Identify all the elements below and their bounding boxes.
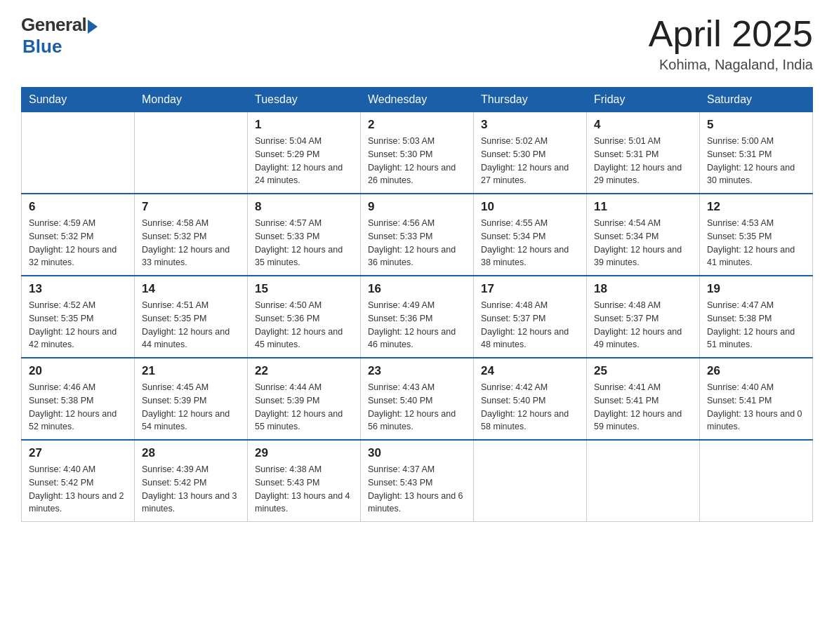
calendar-cell: 20Sunrise: 4:46 AMSunset: 5:38 PMDayligh… [22, 358, 135, 440]
day-number: 4 [594, 118, 692, 132]
calendar-cell [700, 440, 813, 522]
day-info: Sunrise: 4:39 AMSunset: 5:42 PMDaylight:… [142, 463, 240, 516]
day-info: Sunrise: 4:49 AMSunset: 5:36 PMDaylight:… [368, 299, 466, 351]
calendar-cell: 22Sunrise: 4:44 AMSunset: 5:39 PMDayligh… [248, 358, 361, 440]
day-info: Sunrise: 4:43 AMSunset: 5:40 PMDaylight:… [368, 381, 466, 434]
day-number: 27 [29, 446, 127, 460]
calendar-cell: 14Sunrise: 4:51 AMSunset: 5:35 PMDayligh… [135, 276, 248, 358]
logo-blue-text: Blue [22, 36, 62, 58]
day-number: 14 [142, 282, 240, 296]
logo-arrow-icon [88, 20, 98, 34]
day-number: 30 [368, 446, 466, 460]
day-number: 2 [368, 118, 466, 132]
calendar-cell: 28Sunrise: 4:39 AMSunset: 5:42 PMDayligh… [135, 440, 248, 522]
day-info: Sunrise: 4:40 AMSunset: 5:41 PMDaylight:… [707, 381, 805, 434]
day-number: 9 [368, 200, 466, 214]
day-info: Sunrise: 4:37 AMSunset: 5:43 PMDaylight:… [368, 463, 466, 516]
logo: General Blue [21, 14, 98, 58]
day-number: 10 [481, 200, 579, 214]
day-number: 8 [255, 200, 353, 214]
calendar-table: SundayMondayTuesdayWednesdayThursdayFrid… [21, 87, 813, 522]
day-info: Sunrise: 4:45 AMSunset: 5:39 PMDaylight:… [142, 381, 240, 434]
day-number: 1 [255, 118, 353, 132]
day-number: 6 [29, 200, 127, 214]
day-info: Sunrise: 4:50 AMSunset: 5:36 PMDaylight:… [255, 299, 353, 351]
calendar-cell: 9Sunrise: 4:56 AMSunset: 5:33 PMDaylight… [361, 194, 474, 276]
weekday-header-tuesday: Tuesday [248, 88, 361, 112]
calendar-cell [135, 112, 248, 194]
day-info: Sunrise: 4:59 AMSunset: 5:32 PMDaylight:… [29, 217, 127, 269]
calendar-cell: 21Sunrise: 4:45 AMSunset: 5:39 PMDayligh… [135, 358, 248, 440]
calendar-cell: 4Sunrise: 5:01 AMSunset: 5:31 PMDaylight… [587, 112, 700, 194]
weekday-header-monday: Monday [135, 88, 248, 112]
weekday-header-row: SundayMondayTuesdayWednesdayThursdayFrid… [22, 88, 813, 112]
day-number: 29 [255, 446, 353, 460]
calendar-title: April 2025 [649, 14, 813, 54]
weekday-header-wednesday: Wednesday [361, 88, 474, 112]
calendar-cell: 30Sunrise: 4:37 AMSunset: 5:43 PMDayligh… [361, 440, 474, 522]
day-number: 25 [594, 364, 692, 378]
calendar-cell: 19Sunrise: 4:47 AMSunset: 5:38 PMDayligh… [700, 276, 813, 358]
day-number: 21 [142, 364, 240, 378]
day-info: Sunrise: 5:02 AMSunset: 5:30 PMDaylight:… [481, 135, 579, 187]
day-number: 7 [142, 200, 240, 214]
weekday-header-thursday: Thursday [474, 88, 587, 112]
day-info: Sunrise: 4:54 AMSunset: 5:34 PMDaylight:… [594, 217, 692, 269]
calendar-cell: 13Sunrise: 4:52 AMSunset: 5:35 PMDayligh… [22, 276, 135, 358]
day-info: Sunrise: 4:55 AMSunset: 5:34 PMDaylight:… [481, 217, 579, 269]
calendar-week-row: 6Sunrise: 4:59 AMSunset: 5:32 PMDaylight… [22, 194, 813, 276]
logo-general-text: General [21, 14, 86, 36]
day-info: Sunrise: 4:52 AMSunset: 5:35 PMDaylight:… [29, 299, 127, 351]
day-number: 22 [255, 364, 353, 378]
calendar-cell: 24Sunrise: 4:42 AMSunset: 5:40 PMDayligh… [474, 358, 587, 440]
day-number: 24 [481, 364, 579, 378]
calendar-cell [587, 440, 700, 522]
calendar-cell: 11Sunrise: 4:54 AMSunset: 5:34 PMDayligh… [587, 194, 700, 276]
day-info: Sunrise: 5:04 AMSunset: 5:29 PMDaylight:… [255, 135, 353, 187]
calendar-cell: 18Sunrise: 4:48 AMSunset: 5:37 PMDayligh… [587, 276, 700, 358]
calendar-cell: 12Sunrise: 4:53 AMSunset: 5:35 PMDayligh… [700, 194, 813, 276]
day-number: 20 [29, 364, 127, 378]
day-info: Sunrise: 4:40 AMSunset: 5:42 PMDaylight:… [29, 463, 127, 516]
calendar-cell: 27Sunrise: 4:40 AMSunset: 5:42 PMDayligh… [22, 440, 135, 522]
day-number: 5 [707, 118, 805, 132]
calendar-cell: 10Sunrise: 4:55 AMSunset: 5:34 PMDayligh… [474, 194, 587, 276]
day-number: 28 [142, 446, 240, 460]
day-info: Sunrise: 4:41 AMSunset: 5:41 PMDaylight:… [594, 381, 692, 434]
day-number: 19 [707, 282, 805, 296]
calendar-cell: 17Sunrise: 4:48 AMSunset: 5:37 PMDayligh… [474, 276, 587, 358]
calendar-cell: 29Sunrise: 4:38 AMSunset: 5:43 PMDayligh… [248, 440, 361, 522]
day-info: Sunrise: 4:53 AMSunset: 5:35 PMDaylight:… [707, 217, 805, 269]
calendar-cell: 26Sunrise: 4:40 AMSunset: 5:41 PMDayligh… [700, 358, 813, 440]
day-number: 17 [481, 282, 579, 296]
calendar-cell [474, 440, 587, 522]
calendar-cell: 1Sunrise: 5:04 AMSunset: 5:29 PMDaylight… [248, 112, 361, 194]
calendar-cell: 6Sunrise: 4:59 AMSunset: 5:32 PMDaylight… [22, 194, 135, 276]
calendar-cell [22, 112, 135, 194]
day-info: Sunrise: 4:38 AMSunset: 5:43 PMDaylight:… [255, 463, 353, 516]
day-number: 26 [707, 364, 805, 378]
day-info: Sunrise: 5:03 AMSunset: 5:30 PMDaylight:… [368, 135, 466, 187]
day-info: Sunrise: 4:51 AMSunset: 5:35 PMDaylight:… [142, 299, 240, 351]
day-info: Sunrise: 4:44 AMSunset: 5:39 PMDaylight:… [255, 381, 353, 434]
day-info: Sunrise: 4:46 AMSunset: 5:38 PMDaylight:… [29, 381, 127, 434]
calendar-week-row: 13Sunrise: 4:52 AMSunset: 5:35 PMDayligh… [22, 276, 813, 358]
day-number: 11 [594, 200, 692, 214]
weekday-header-sunday: Sunday [22, 88, 135, 112]
calendar-cell: 3Sunrise: 5:02 AMSunset: 5:30 PMDaylight… [474, 112, 587, 194]
day-info: Sunrise: 4:57 AMSunset: 5:33 PMDaylight:… [255, 217, 353, 269]
weekday-header-friday: Friday [587, 88, 700, 112]
title-block: April 2025 Kohima, Nagaland, India [649, 14, 813, 73]
day-info: Sunrise: 5:01 AMSunset: 5:31 PMDaylight:… [594, 135, 692, 187]
day-number: 3 [481, 118, 579, 132]
day-number: 16 [368, 282, 466, 296]
day-number: 15 [255, 282, 353, 296]
day-info: Sunrise: 4:58 AMSunset: 5:32 PMDaylight:… [142, 217, 240, 269]
day-info: Sunrise: 4:47 AMSunset: 5:38 PMDaylight:… [707, 299, 805, 351]
day-number: 23 [368, 364, 466, 378]
day-number: 18 [594, 282, 692, 296]
day-info: Sunrise: 4:42 AMSunset: 5:40 PMDaylight:… [481, 381, 579, 434]
day-number: 12 [707, 200, 805, 214]
calendar-cell: 23Sunrise: 4:43 AMSunset: 5:40 PMDayligh… [361, 358, 474, 440]
calendar-cell: 8Sunrise: 4:57 AMSunset: 5:33 PMDaylight… [248, 194, 361, 276]
